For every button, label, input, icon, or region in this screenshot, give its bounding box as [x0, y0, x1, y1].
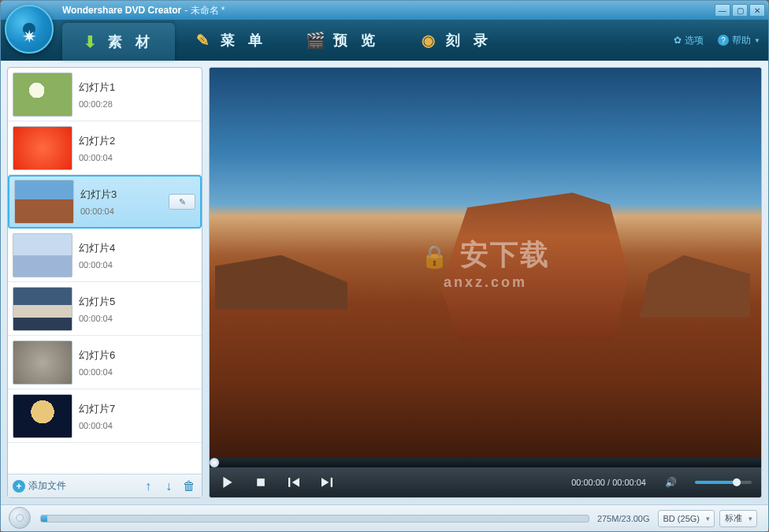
- disc-icon: [9, 507, 31, 529]
- options-label: 选项: [685, 34, 704, 47]
- slide-item[interactable]: 幻灯片700:00:04: [8, 389, 202, 443]
- time-display: 00:00:00 / 00:00:04: [571, 478, 646, 488]
- tab-burn[interactable]: ◉ 刻 录: [400, 20, 513, 61]
- watermark: 🔒 安下载 anxz.com: [421, 236, 549, 291]
- tab-label: 菜 单: [221, 31, 267, 50]
- arrow-up-icon: ↑: [145, 479, 151, 493]
- prev-button[interactable]: [285, 474, 303, 491]
- download-icon: ⬇: [83, 32, 102, 51]
- disc-icon: ◉: [421, 31, 440, 50]
- tab-preview[interactable]: 🎬 预 览: [288, 20, 400, 61]
- svg-rect-1: [257, 478, 265, 486]
- svg-marker-3: [292, 478, 299, 487]
- stop-button[interactable]: [252, 474, 269, 491]
- slide-list[interactable]: 幻灯片100:00:28幻灯片200:00:04幻灯片300:00:04✎幻灯片…: [8, 68, 202, 474]
- slide-duration: 00:00:04: [79, 153, 197, 162]
- edit-slide-button[interactable]: ✎: [169, 194, 195, 210]
- volume-button[interactable]: 🔊: [662, 474, 679, 491]
- seek-handle[interactable]: [210, 458, 219, 467]
- delete-button[interactable]: 🗑: [181, 478, 197, 494]
- arrow-down-icon: ↓: [165, 479, 172, 493]
- slide-item[interactable]: 幻灯片400:00:04: [8, 229, 202, 282]
- plus-icon: +: [13, 480, 25, 493]
- maximize-button[interactable]: ▢: [732, 4, 748, 17]
- tab-menu[interactable]: ✎ 菜 单: [175, 20, 288, 61]
- close-button[interactable]: ✕: [749, 4, 765, 17]
- slide-name: 幻灯片4: [79, 241, 197, 255]
- help-icon: ?: [718, 35, 729, 46]
- tab-label: 素 材: [108, 32, 154, 51]
- slide-name: 幻灯片6: [79, 348, 197, 363]
- slide-name: 幻灯片5: [79, 295, 197, 309]
- capacity-bar: [40, 515, 589, 523]
- tab-label: 预 览: [333, 31, 380, 50]
- slide-item[interactable]: 幻灯片300:00:04✎: [8, 175, 202, 229]
- slide-list-footer: + 添加文件 ↑ ↓ 🗑: [8, 474, 202, 497]
- slide-thumbnail: [14, 180, 74, 224]
- slide-duration: 00:00:04: [80, 206, 162, 216]
- add-file-label: 添加文件: [28, 479, 66, 493]
- slide-item[interactable]: 幻灯片600:00:04: [8, 336, 202, 389]
- tab-material[interactable]: ⬇ 素 材: [62, 23, 175, 61]
- add-file-button[interactable]: + 添加文件: [13, 479, 66, 493]
- volume-slider[interactable]: [695, 481, 752, 484]
- move-down-button[interactable]: ↓: [161, 478, 176, 494]
- minimize-button[interactable]: —: [715, 4, 730, 17]
- slide-thumbnail: [13, 73, 72, 117]
- disc-type-select[interactable]: BD (25G): [658, 510, 715, 527]
- help-button[interactable]: ? 帮助 ▼: [718, 34, 760, 47]
- slide-thumbnail: [13, 394, 72, 438]
- tab-label: 刻 录: [446, 31, 492, 50]
- quality-value: 标准: [725, 512, 742, 524]
- capacity-text: 275M/23.00G: [597, 514, 650, 523]
- gear-icon: ✿: [674, 35, 682, 46]
- titlebar: Wondershare DVD Creator - 未命名 * — ▢ ✕: [1, 1, 768, 20]
- slide-duration: 00:00:04: [79, 421, 197, 430]
- seek-bar[interactable]: [210, 458, 761, 467]
- chevron-down-icon: ▼: [754, 37, 760, 44]
- gear-icon: ✷: [22, 27, 36, 47]
- next-button[interactable]: [318, 474, 336, 491]
- slide-item[interactable]: 幻灯片500:00:04: [8, 282, 202, 336]
- quality-select[interactable]: 标准: [719, 510, 757, 527]
- slide-thumbnail: [13, 287, 72, 331]
- trash-icon: 🗑: [183, 479, 195, 493]
- slide-item[interactable]: 幻灯片200:00:04: [8, 121, 202, 175]
- slide-name: 幻灯片2: [79, 134, 197, 148]
- svg-rect-5: [331, 478, 332, 487]
- svg-rect-2: [288, 478, 290, 487]
- slide-thumbnail: [13, 233, 72, 277]
- preview-panel: 🔒 安下载 anxz.com 00:00:00 / 00:00:04 🔊: [209, 67, 762, 498]
- disc-type-value: BD (25G): [663, 514, 700, 523]
- slide-duration: 00:00:04: [79, 367, 197, 377]
- slide-item[interactable]: 幻灯片100:00:28: [8, 68, 202, 121]
- slide-name: 幻灯片1: [79, 80, 197, 95]
- slide-duration: 00:00:04: [79, 260, 197, 270]
- options-button[interactable]: ✿ 选项: [674, 34, 704, 47]
- play-button[interactable]: [219, 474, 236, 491]
- main-tabs: ⬇ 素 材 ✎ 菜 单 🎬 预 览 ◉ 刻 录 ✿ 选项 ? 帮助 ▼: [1, 20, 768, 61]
- move-up-button[interactable]: ↑: [140, 478, 156, 494]
- app-title: Wondershare DVD Creator: [62, 5, 181, 16]
- doc-title: - 未命名 *: [184, 4, 225, 17]
- slide-name: 幻灯片7: [79, 402, 197, 416]
- status-bar: 275M/23.00G BD (25G) 标准: [1, 504, 768, 531]
- app-logo: ✷: [5, 5, 54, 54]
- slide-thumbnail: [13, 126, 72, 170]
- player-controls: 00:00:00 / 00:00:04 🔊: [210, 467, 761, 497]
- slide-thumbnail: [13, 340, 72, 385]
- lock-icon: 🔒: [421, 244, 450, 269]
- slide-list-panel: 幻灯片100:00:28幻灯片200:00:04幻灯片300:00:04✎幻灯片…: [7, 67, 202, 498]
- help-label: 帮助: [732, 34, 751, 47]
- svg-marker-0: [223, 477, 232, 488]
- clapboard-icon: 🎬: [308, 31, 327, 50]
- capacity-fill: [41, 515, 47, 522]
- svg-marker-4: [321, 478, 329, 487]
- speaker-icon: 🔊: [665, 477, 677, 488]
- pencil-icon: ✎: [195, 31, 214, 50]
- preview-image: 🔒 安下载 anxz.com: [210, 68, 761, 458]
- slide-name: 幻灯片3: [80, 188, 162, 202]
- slide-duration: 00:00:04: [79, 314, 197, 323]
- slide-duration: 00:00:28: [79, 99, 197, 109]
